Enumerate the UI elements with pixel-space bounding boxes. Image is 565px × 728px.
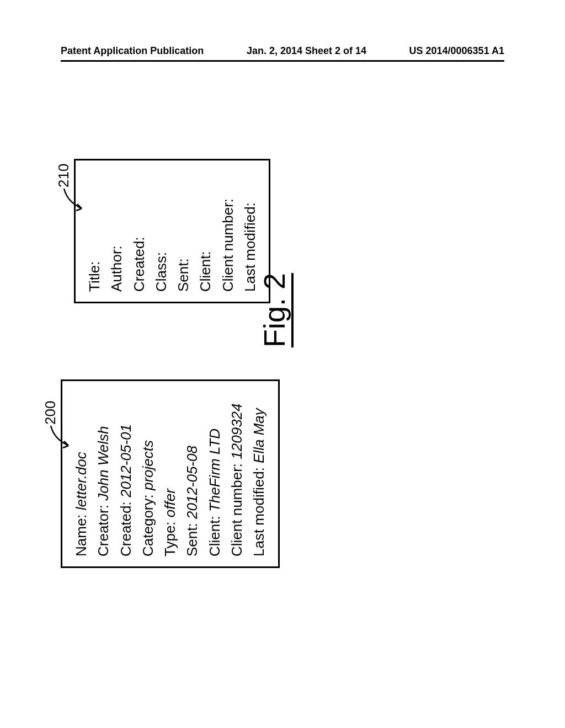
rotated-figure: 200 Name: letter.doc Creator: John Welsh… [39,105,535,601]
row: Author: [105,170,127,292]
figure-area: 200 Name: letter.doc Creator: John Welsh… [50,105,519,601]
row: Creator: John Welsh [92,391,114,556]
row: Class: [150,170,172,292]
row: Client number: [217,170,239,292]
header-left: Patent Application Publication [61,45,204,57]
row: Sent: 2012-05-08 [181,391,203,556]
row: Sent: [172,170,194,292]
figure-label: Fig. 2 [259,273,294,347]
reference-numeral-200: 200 [42,401,59,425]
row: Category: projects [137,391,159,556]
row: Client: [194,170,216,292]
header-right: US 2014/0006351 A1 [409,45,504,57]
row: Type: offer [159,391,181,556]
row: Last modified: Ella May [248,391,270,556]
row: Title: [83,170,105,292]
row: Client number: 1209324 [226,391,248,556]
row: Name: letter.doc [70,391,92,556]
row: Created: 2012-05-01 [115,391,137,556]
metadata-box-200: Name: letter.doc Creator: John Welsh Cre… [61,379,280,568]
metadata-box-210: Title: Author: Created: Class: Sent: Cli… [74,159,270,303]
row: Client: TheFirm LTD [204,391,226,556]
row: Created: [128,170,150,292]
header-center: Jan. 2, 2014 Sheet 2 of 14 [247,45,366,57]
reference-numeral-210: 210 [55,164,72,188]
page-header: Patent Application Publication Jan. 2, 2… [61,45,504,62]
